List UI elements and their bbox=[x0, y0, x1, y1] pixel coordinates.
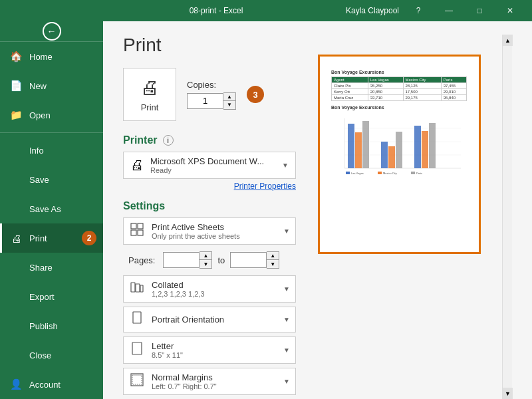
printer-icon: 🖨 bbox=[140, 76, 159, 98]
sidebar-item-export-label: Export bbox=[29, 292, 55, 302]
svg-rect-4 bbox=[131, 283, 135, 292]
orientation-dropdown-arrow: ▼ bbox=[283, 316, 290, 323]
sidebar-item-info[interactable]: Info bbox=[0, 136, 103, 165]
paper-size-icon bbox=[129, 342, 145, 358]
sidebar-item-print[interactable]: 🖨 Print 2 bbox=[0, 223, 103, 253]
scroll-up-button[interactable]: ▲ bbox=[503, 35, 513, 46]
preview-content: Bon Voyage Excursions Agent Las Vegas Me… bbox=[326, 65, 472, 244]
printer-info-icon[interactable]: i bbox=[163, 135, 174, 146]
svg-text:Paris: Paris bbox=[416, 172, 422, 175]
home-icon: 🏠 bbox=[9, 51, 23, 63]
setting-paper-size[interactable]: Letter 8.5" x 11" ▼ bbox=[123, 336, 296, 364]
setting-active-sheets[interactable]: Print Active Sheets Only print the activ… bbox=[123, 217, 296, 245]
collated-sub: 1,2,3 1,2,3 1,2,3 bbox=[152, 290, 277, 298]
margins-text: Normal Margins Left: 0.7" Right: 0.7" bbox=[152, 372, 277, 390]
svg-rect-23 bbox=[422, 131, 428, 168]
sidebar-item-new[interactable]: 📄 New bbox=[0, 71, 103, 100]
copies-up-button[interactable]: ▲ bbox=[223, 93, 235, 101]
margins-icon bbox=[129, 373, 145, 390]
sidebar-item-home-label: Home bbox=[29, 52, 53, 62]
sidebar-item-close-label: Close bbox=[29, 350, 51, 360]
pages-to-input[interactable] bbox=[230, 252, 267, 268]
sidebar-item-open-label: Open bbox=[29, 110, 51, 120]
step3-badge: 3 bbox=[247, 86, 264, 103]
sidebar-item-share[interactable]: Share bbox=[0, 253, 103, 282]
setting-collated[interactable]: Collated 1,2,3 1,2,3 1,2,3 ▼ bbox=[123, 275, 296, 303]
pages-from-spinner: ▲ ▼ bbox=[163, 251, 212, 269]
col-mexicocity: Mexico City bbox=[403, 77, 441, 83]
svg-text:Las Vegas: Las Vegas bbox=[351, 172, 364, 175]
sidebar-item-info-label: Info bbox=[29, 146, 44, 156]
settings-section-header: Settings bbox=[123, 200, 296, 212]
user-name: Kayla Claypool bbox=[346, 6, 399, 15]
pages-to-down[interactable]: ▼ bbox=[267, 260, 279, 268]
col-lasvegas: Las Vegas bbox=[368, 77, 403, 83]
paper-size-text: Letter 8.5" x 11" bbox=[152, 341, 277, 359]
pages-from-input[interactable] bbox=[163, 252, 200, 268]
paper-size-dropdown-arrow: ▼ bbox=[283, 346, 290, 354]
sidebar-item-publish[interactable]: Publish bbox=[0, 311, 103, 340]
svg-rect-7 bbox=[133, 312, 141, 323]
printer-properties-link[interactable]: Printer Properties bbox=[123, 182, 296, 191]
printer-section-header: Printer i bbox=[123, 134, 296, 146]
paper-size-sub: 8.5" x 11" bbox=[152, 351, 277, 359]
pages-from-up[interactable]: ▲ bbox=[200, 252, 211, 260]
copies-input[interactable] bbox=[187, 93, 223, 109]
back-arrow-icon[interactable]: ← bbox=[43, 22, 61, 41]
scroll-down-button[interactable]: ▼ bbox=[503, 388, 513, 399]
sidebar-item-account[interactable]: 👤 Account bbox=[0, 370, 103, 399]
preview-heading: Bon Voyage Excursions bbox=[331, 70, 467, 74]
new-icon: 📄 bbox=[9, 80, 23, 92]
setting-margins[interactable]: Normal Margins Left: 0.7" Right: 0.7" ▼ bbox=[123, 368, 296, 395]
col-paris: Paris bbox=[441, 77, 466, 83]
active-sheets-sub: Only print the active sheets bbox=[152, 232, 277, 240]
settings-section-label: Settings bbox=[123, 200, 165, 212]
page-title: Print bbox=[123, 35, 296, 56]
pages-to-up[interactable]: ▲ bbox=[267, 252, 279, 260]
sidebar-item-close[interactable]: Close bbox=[0, 340, 103, 370]
copies-spinner: ▲ ▼ bbox=[187, 92, 236, 110]
printer-name: Microsoft XPS Document W... bbox=[150, 156, 275, 166]
minimize-button[interactable]: — bbox=[434, 0, 464, 21]
pages-from-down[interactable]: ▼ bbox=[200, 260, 211, 268]
sidebar-item-saveas[interactable]: Save As bbox=[0, 194, 103, 223]
preview-table: Agent Las Vegas Mexico City Paris Claire… bbox=[331, 76, 467, 101]
orientation-icon bbox=[129, 311, 145, 328]
svg-rect-6 bbox=[140, 285, 143, 292]
help-button[interactable]: ? bbox=[403, 0, 434, 21]
sidebar-item-open[interactable]: 📁 Open bbox=[0, 100, 103, 130]
sidebar-item-account-label: Account bbox=[29, 380, 61, 390]
chart-heading: Bon Voyage Excursions bbox=[331, 105, 467, 110]
maximize-button[interactable]: □ bbox=[464, 0, 495, 21]
pages-row: Pages: ▲ ▼ to ▲ ▼ bbox=[123, 249, 296, 271]
active-sheets-icon bbox=[129, 223, 145, 239]
table-row: Kerry Ott 20,850 17,500 29,010 bbox=[332, 89, 467, 95]
print-badge: 2 bbox=[82, 231, 96, 245]
print-button-label: Print bbox=[141, 102, 159, 112]
printer-dropdown-arrow: ▼ bbox=[282, 162, 289, 169]
sidebar-item-home[interactable]: 🏠 Home bbox=[0, 42, 103, 71]
right-scrollbar[interactable]: ▲ ▼ bbox=[502, 35, 512, 399]
orientation-text: Portrait Orientation bbox=[152, 315, 277, 325]
collated-icon bbox=[129, 281, 145, 297]
close-button[interactable]: ✕ bbox=[495, 0, 525, 21]
svg-rect-27 bbox=[378, 172, 382, 174]
sidebar-item-publish-label: Publish bbox=[29, 321, 58, 331]
printer-selector[interactable]: 🖨 Microsoft XPS Document W... Ready ▼ bbox=[123, 152, 296, 179]
print-left-panel: Print 🖨 Print Copies: ▲ ▼ bbox=[123, 35, 296, 399]
collated-dropdown-arrow: ▼ bbox=[283, 285, 290, 293]
sidebar-item-export[interactable]: Export bbox=[0, 282, 103, 311]
svg-text:Mexico City: Mexico City bbox=[383, 172, 397, 175]
print-button-row: 🖨 Print Copies: ▲ ▼ 3 bbox=[123, 68, 296, 121]
pages-to-spinner: ▲ ▼ bbox=[230, 251, 279, 269]
copies-down-button[interactable]: ▼ bbox=[223, 101, 235, 109]
printer-section-label: Printer bbox=[123, 134, 158, 146]
print-button[interactable]: 🖨 Print bbox=[123, 68, 176, 121]
nav-divider-1 bbox=[0, 132, 103, 133]
svg-rect-29 bbox=[411, 172, 415, 174]
orientation-main: Portrait Orientation bbox=[152, 315, 277, 325]
copies-spinner-buttons: ▲ ▼ bbox=[223, 92, 236, 110]
sidebar-item-save[interactable]: Save bbox=[0, 165, 103, 194]
back-button[interactable]: ← bbox=[0, 21, 103, 42]
setting-orientation[interactable]: Portrait Orientation ▼ bbox=[123, 307, 296, 332]
